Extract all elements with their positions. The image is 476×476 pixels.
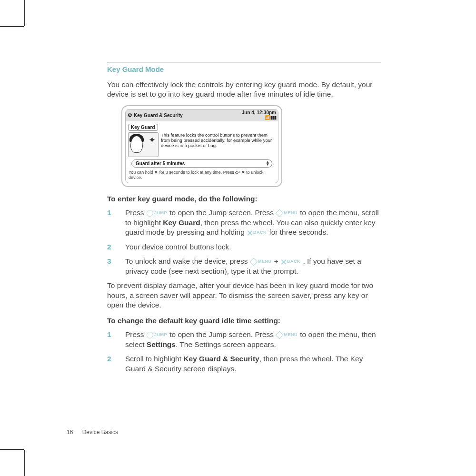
subhead-enter: To enter key guard mode, do the followin…	[107, 195, 381, 203]
list-item: 2 Scroll to highlight Key Guard & Securi…	[107, 354, 381, 374]
change-steps: 1 Press JUMP to open the Jump screen. Pr…	[107, 330, 381, 374]
device-clock: Jun 4, 12:30pm	[242, 110, 276, 115]
back-button-icon: BACK	[281, 259, 300, 265]
device-indicators: 📶 ▮▮▮	[265, 115, 276, 120]
menu-button-icon: MENU	[276, 332, 298, 338]
device-screen-title: Key Guard & Security	[134, 113, 183, 118]
page-content: Key Guard Mode You can effectively lock …	[107, 62, 381, 378]
jump-button-icon: JUMP	[147, 332, 167, 338]
gear-icon: ⚙	[128, 112, 132, 119]
back-button-icon: BACK	[247, 230, 267, 236]
device-panel-label: Key Guard	[128, 124, 158, 131]
screensaver-note: To prevent display damage, after your de…	[107, 281, 381, 310]
section-rule	[107, 62, 381, 62]
list-item: 2 Your device control buttons lock.	[107, 242, 381, 252]
section-title: Key Guard Mode	[107, 65, 381, 73]
crop-mark	[24, 0, 25, 26]
list-item: 1 Press JUMP to open the Jump screen. Pr…	[107, 208, 381, 237]
device-hint: You can hold ✕ for 3 seconds to lock at …	[126, 169, 278, 183]
menu-button-icon: MENU	[276, 210, 298, 216]
jump-button-icon: JUMP	[147, 210, 167, 217]
list-item: 3 To unlock and wake the device, press M…	[107, 257, 381, 276]
device-dropdown: Guard after 5 minutes ▴▾	[131, 159, 272, 168]
page-number: 16	[67, 429, 73, 436]
device-illustration: ✦	[128, 132, 159, 157]
device-screenshot: ⚙ Key Guard & Security Jun 4, 12:30pm 📶 …	[121, 105, 282, 188]
page-footer: 16 Device Basics	[67, 429, 118, 436]
crop-mark	[24, 450, 25, 476]
updown-icon: ▴▾	[267, 161, 268, 166]
intro-paragraph: You can effectively lock the controls by…	[107, 80, 381, 99]
menu-button-icon: MENU	[250, 259, 272, 265]
device-status-bar: ⚙ Key Guard & Security Jun 4, 12:30pm 📶 …	[126, 109, 278, 121]
device-description: This feature locks the control buttons t…	[161, 132, 276, 149]
crop-mark	[0, 449, 24, 450]
crop-mark	[0, 26, 24, 27]
footer-section: Device Basics	[82, 429, 118, 436]
enter-steps: 1 Press JUMP to open the Jump screen. Pr…	[107, 208, 381, 276]
device-dropdown-value: Guard after 5 minutes	[136, 161, 185, 166]
subhead-change: To change the default key guard idle tim…	[107, 317, 381, 325]
list-item: 1 Press JUMP to open the Jump screen. Pr…	[107, 330, 381, 349]
